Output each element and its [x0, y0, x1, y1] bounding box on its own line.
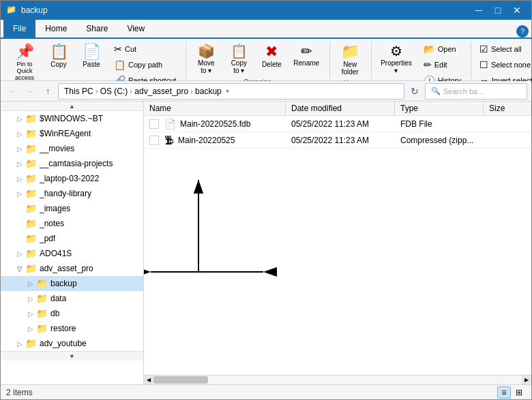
- copy-path-button[interactable]: 📋 Copy path: [110, 57, 180, 72]
- edit-button[interactable]: ✏ Edit: [419, 57, 465, 72]
- col-header-type[interactable]: Type: [395, 102, 484, 115]
- search-icon: 🔍: [431, 87, 441, 95]
- paste-icon: 📄: [83, 44, 101, 59]
- paste-button[interactable]: 📄 Paste: [76, 42, 107, 71]
- path-dropdown-button[interactable]: ▾: [222, 83, 234, 99]
- path-sep-2: ›: [130, 87, 132, 96]
- view-icons-button[interactable]: ⊞: [512, 386, 526, 399]
- edit-icon: ✏: [424, 59, 432, 70]
- tab-share[interactable]: Share: [76, 20, 117, 37]
- path-backup[interactable]: backup: [195, 87, 222, 96]
- sidebar-item-movies[interactable]: ▷ 📁 __movies: [1, 141, 143, 156]
- scroll-left-btn[interactable]: ◀: [144, 375, 153, 385]
- sidebar-label: _laptop-03-2022: [40, 174, 99, 183]
- status-bar: 2 items ≡ ⊞: [1, 384, 531, 399]
- tab-file[interactable]: File: [3, 20, 35, 37]
- delete-button[interactable]: ✖ Delete: [256, 42, 287, 71]
- sidebar-item-adv-asset-pro[interactable]: ▽ 📁 adv_asset_pro: [1, 261, 143, 276]
- scroll-up-arrow[interactable]: ▲: [1, 102, 143, 111]
- sidebar-item-restore[interactable]: ▷ 📁 restore: [1, 321, 143, 336]
- col-header-size[interactable]: Size: [484, 102, 531, 115]
- rename-icon: ✏: [301, 44, 312, 58]
- window: 📁 backup ─ □ ✕ File Home Share View ? 📌 …: [0, 0, 532, 400]
- path-os-c[interactable]: OS (C:): [100, 87, 128, 96]
- horizontal-scrollbar[interactable]: ◀ ▶: [144, 375, 531, 384]
- scroll-thumb-h[interactable]: [153, 376, 208, 384]
- close-button[interactable]: ✕: [508, 3, 526, 17]
- folder-icon: 📁: [25, 338, 37, 349]
- sidebar-item-backup[interactable]: ▷ 📁 backup: [1, 276, 143, 291]
- expand-icon: ▷: [28, 280, 36, 288]
- sidebar-item-images[interactable]: 📁 _images: [1, 201, 143, 216]
- open-button[interactable]: 📂 Open: [419, 42, 465, 57]
- file-name-text: Main-20220525: [178, 136, 235, 145]
- forward-button[interactable]: →: [23, 84, 38, 99]
- file-name-text: Main-20220525.fdb: [180, 119, 250, 129]
- sidebar-item-pdf[interactable]: 📁 _pdf: [1, 231, 143, 246]
- select-all-label: Select all: [491, 45, 522, 53]
- move-icon: 📦: [198, 44, 215, 58]
- minimize-button[interactable]: ─: [470, 3, 488, 17]
- expand-icon: ▷: [17, 145, 25, 153]
- sidebar-item-notes[interactable]: 📁 _notes: [1, 216, 143, 231]
- expand-icon: ▽: [17, 265, 25, 273]
- copy-button[interactable]: 📋 Copy: [43, 42, 74, 71]
- cut-button[interactable]: ✂ Cut: [110, 42, 180, 57]
- search-placeholder: Search ba...: [443, 87, 484, 95]
- refresh-button[interactable]: ↻: [407, 84, 422, 99]
- help-button[interactable]: ?: [516, 25, 529, 37]
- pin-to-quick-button[interactable]: 📌 Pin to Quickaccess: [8, 42, 42, 84]
- file-row[interactable]: 📄 Main-20220525.fdb 05/25/2022 11:23 AM …: [144, 116, 531, 132]
- tab-home[interactable]: Home: [35, 20, 76, 37]
- path-adv-asset-pro[interactable]: adv_asset_pro: [134, 87, 188, 96]
- sidebar-item-winreagent[interactable]: ▷ 📁 $WinREAgent: [1, 126, 143, 141]
- sidebar-item-handy[interactable]: ▷ 📁 _handy-library: [1, 186, 143, 201]
- rename-button[interactable]: ✏ Rename: [289, 42, 324, 70]
- folder-icon: 📁: [25, 158, 37, 169]
- address-path[interactable]: This PC › OS (C:) › adv_asset_pro › back…: [58, 83, 404, 99]
- move-to-button[interactable]: 📦 Moveto ▾: [190, 42, 222, 77]
- col-header-name[interactable]: Name: [144, 102, 286, 115]
- paste-label: Paste: [83, 61, 100, 68]
- copy-to-label: Copyto ▾: [231, 59, 247, 74]
- scroll-down-arrow[interactable]: ▼: [1, 351, 143, 360]
- folder-icon: 📁: [25, 203, 37, 214]
- file-name-cell: 🗜 Main-20220525: [144, 135, 286, 146]
- address-bar: ← → ↑ This PC › OS (C:) › adv_asset_pro …: [1, 81, 531, 102]
- copy-to-button[interactable]: 📋 Copyto ▾: [223, 42, 254, 77]
- sidebar-label: $WinREAgent: [40, 129, 91, 138]
- sidebar-item-db[interactable]: ▷ 📁 db: [1, 306, 143, 321]
- sidebar-item-laptop[interactable]: ▷ 📁 _laptop-03-2022: [1, 171, 143, 186]
- sidebar-item-camtasia[interactable]: ▷ 📁 __camtasia-projects: [1, 156, 143, 171]
- sidebar-item-windows-bt[interactable]: ▷ 📁 $WINDOWS.~BT: [1, 111, 143, 126]
- file-checkbox: [149, 136, 159, 145]
- file-row[interactable]: 🗜 Main-20220525 05/25/2022 11:23 AM Comp…: [144, 132, 531, 149]
- select-all-button[interactable]: ☑ Select all: [475, 42, 532, 57]
- up-button[interactable]: ↑: [40, 84, 55, 99]
- clipboard-group: 📌 Pin to Quickaccess 📋 Copy 📄 Paste ✂ Cu…: [5, 42, 186, 79]
- tab-view[interactable]: View: [117, 20, 154, 37]
- sidebar-label: __camtasia-projects: [40, 159, 113, 168]
- path-this-pc[interactable]: This PC: [64, 87, 93, 96]
- properties-button[interactable]: ⚙ Properties▾: [376, 42, 417, 77]
- sidebar: ▲ ▷ 📁 $WINDOWS.~BT ▷ 📁 $WinREAgent ▷ 📁: [1, 102, 144, 384]
- sidebar-item-adv-youtube[interactable]: ▷ 📁 adv_youtube: [1, 336, 143, 351]
- sidebar-label: backup: [50, 279, 77, 288]
- new-folder-button[interactable]: 📁 Newfolder: [334, 42, 366, 78]
- scroll-track-h: [153, 375, 522, 384]
- back-button[interactable]: ←: [5, 84, 20, 99]
- select-none-button[interactable]: ☐ Select none: [475, 57, 532, 72]
- sidebar-item-data[interactable]: ▷ 📁 data: [1, 291, 143, 306]
- sidebar-item-ado41s[interactable]: ▷ 📁 ADO41S: [1, 246, 143, 261]
- view-details-button[interactable]: ≡: [497, 386, 511, 399]
- scroll-right-btn[interactable]: ▶: [522, 375, 531, 385]
- open-label: Open: [438, 45, 456, 53]
- folder-icon: 📁: [25, 128, 37, 139]
- main-content: ▲ ▷ 📁 $WINDOWS.~BT ▷ 📁 $WinREAgent ▷ 📁: [1, 102, 531, 384]
- maximize-button[interactable]: □: [489, 3, 507, 17]
- copy-label: Copy: [50, 61, 66, 68]
- folder-icon: 📁: [25, 113, 37, 124]
- col-header-date[interactable]: Date modified: [286, 102, 395, 115]
- search-box[interactable]: 🔍 Search ba...: [425, 83, 527, 99]
- sidebar-label: _notes: [40, 219, 64, 228]
